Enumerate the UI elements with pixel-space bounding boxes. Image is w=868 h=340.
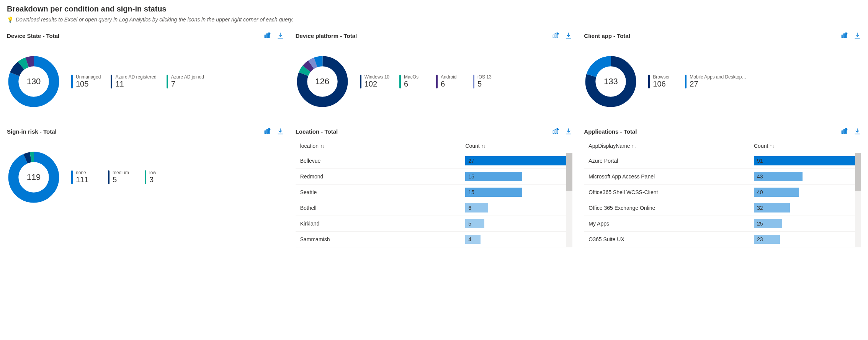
download-icon[interactable] (276, 127, 284, 135)
legend-item[interactable]: Android6 (436, 75, 463, 88)
legend-item[interactable]: Azure AD joined7 (167, 75, 204, 88)
legend-label: Mobile Apps and Desktop… (690, 75, 746, 80)
legend-value: 5 (113, 175, 129, 184)
col-count[interactable]: Count↑↓ (465, 139, 572, 153)
legend-item[interactable]: MacOs6 (399, 75, 426, 88)
legend-value: 11 (115, 80, 156, 88)
legend-item[interactable]: Mobile Apps and Desktop…27 (685, 75, 746, 88)
log-analytics-icon[interactable] (840, 127, 848, 135)
table-row[interactable]: Seattle15 (296, 185, 573, 200)
panel-location: Location - Total location↑↓ Count↑↓ Bell… (296, 127, 573, 247)
legend-item[interactable]: Browser106 (648, 75, 675, 88)
row-count: 40 (754, 185, 861, 200)
legend-color-bar (71, 170, 73, 184)
log-analytics-icon[interactable] (840, 32, 848, 39)
legend-color-bar (360, 75, 361, 88)
col-appname[interactable]: AppDisplayName↑↓ (584, 139, 754, 153)
page-title: Breakdown per condition and sign-in stat… (7, 5, 861, 13)
legend-label: Azure AD joined (171, 75, 204, 80)
legend-value: 5 (477, 80, 492, 88)
location-table: location↑↓ Count↑↓ Bellevue27Redmond15Se… (296, 139, 573, 247)
row-label: Office 365 Exchange Online (584, 200, 754, 216)
applications-table: AppDisplayName↑↓ Count↑↓ Azure Portal91M… (584, 139, 861, 247)
svg-point-11 (557, 33, 559, 35)
scrollbar[interactable] (566, 153, 572, 247)
panel-title: Device State - Total (7, 33, 59, 39)
download-icon[interactable] (853, 32, 861, 39)
panel-device-state: Device State - Total 130 Unmanaged105Azu… (7, 32, 284, 120)
table-row[interactable]: Redmond15 (296, 169, 573, 185)
table-row[interactable]: Kirkland5 (296, 216, 573, 232)
svg-rect-9 (555, 34, 556, 38)
svg-point-20 (845, 33, 847, 35)
panel-signin-risk: Sign-in risk - Total 119 none111medium5l… (7, 127, 284, 247)
legend-color-bar (111, 75, 112, 88)
sort-icon[interactable]: ↑↓ (481, 144, 486, 149)
log-analytics-icon[interactable] (552, 32, 559, 39)
download-icon[interactable] (565, 32, 572, 39)
col-location[interactable]: location↑↓ (296, 139, 466, 153)
legend-color-bar (648, 75, 650, 88)
log-analytics-icon[interactable] (263, 127, 271, 135)
panel-title: Device platform - Total (296, 33, 357, 39)
col-count[interactable]: Count↑↓ (754, 139, 861, 153)
row-count: 23 (754, 232, 861, 247)
legend-color-bar (108, 170, 110, 184)
log-analytics-icon[interactable] (552, 127, 559, 135)
legend-item[interactable]: medium5 (108, 170, 135, 184)
row-count: 32 (754, 200, 861, 216)
legend-label: Windows 10 (365, 75, 389, 80)
legend-item[interactable]: iOS 135 (473, 75, 500, 88)
table-row[interactable]: Office 365 Exchange Online32 (584, 200, 861, 216)
row-label: My Apps (584, 216, 754, 232)
legend-color-bar (71, 75, 73, 88)
sort-icon[interactable]: ↑↓ (320, 144, 325, 149)
table-row[interactable]: Azure Portal91 (584, 153, 861, 169)
table-row[interactable]: O365 Suite UX23 (584, 232, 861, 247)
table-row[interactable]: Microsoft App Access Panel43 (584, 169, 861, 185)
row-count: 15 (465, 169, 572, 185)
legend-item[interactable]: Azure AD registered11 (111, 75, 156, 88)
sort-icon[interactable]: ↑↓ (770, 144, 774, 149)
legend-item[interactable]: low3 (145, 170, 172, 184)
svg-rect-24 (266, 129, 268, 134)
row-label: Bellevue (296, 153, 466, 169)
row-count: 5 (465, 216, 572, 232)
donut-total: 119 (7, 150, 60, 204)
legend-label: none (76, 170, 88, 175)
panels-grid: Device State - Total 130 Unmanaged105Azu… (7, 32, 861, 247)
table-row[interactable]: Office365 Shell WCSS-Client40 (584, 185, 861, 200)
legend-color-bar (167, 75, 168, 88)
legend-value: 105 (76, 80, 101, 88)
svg-rect-31 (555, 129, 556, 134)
legend-value: 106 (653, 80, 670, 88)
table-row[interactable]: Bellevue27 (296, 153, 573, 169)
sort-icon[interactable]: ↑↓ (632, 144, 636, 149)
legend-label: Android (441, 75, 456, 80)
panel-title: Sign-in risk - Total (7, 128, 57, 135)
row-label: Redmond (296, 169, 466, 185)
panel-applications: Applications - Total AppDisplayName↑↓ Co… (584, 127, 861, 247)
legend-item[interactable]: none111 (71, 170, 98, 184)
scrollbar[interactable] (855, 153, 861, 247)
panel-title: Location - Total (296, 128, 338, 135)
legend-item[interactable]: Unmanaged105 (71, 75, 101, 88)
legend-label: Unmanaged (76, 75, 101, 80)
bulb-icon: 💡 (7, 16, 13, 23)
legend-value: 27 (690, 80, 746, 88)
log-analytics-icon[interactable] (263, 32, 271, 39)
donut-total: 126 (296, 55, 349, 108)
legend-color-bar (145, 170, 146, 184)
legend-label: MacOs (404, 75, 418, 80)
legend-label: Browser (653, 75, 670, 80)
panel-client-app: Client app - Total 133 Browser106Mobile … (584, 32, 861, 120)
download-icon[interactable] (565, 127, 572, 135)
legend-color-bar (436, 75, 438, 88)
legend-item[interactable]: Windows 10102 (360, 75, 389, 88)
download-icon[interactable] (853, 127, 861, 135)
table-row[interactable]: My Apps25 (584, 216, 861, 232)
table-row[interactable]: Sammamish4 (296, 232, 573, 247)
table-row[interactable]: Bothell6 (296, 200, 573, 216)
download-icon[interactable] (276, 32, 284, 39)
legend-color-bar (473, 75, 474, 88)
